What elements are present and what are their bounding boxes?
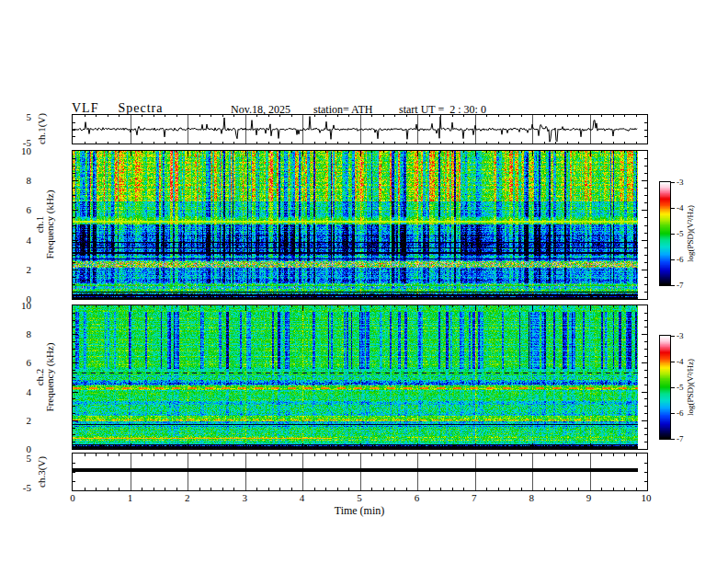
time-tick-label: 6 <box>415 492 420 503</box>
ch2-freq-tick-label: 4 <box>0 386 31 397</box>
ch2-colorbar-tick-label: -4 <box>677 357 684 366</box>
ch1-freq-tick-label: 8 <box>0 175 31 186</box>
ch1-spectrogram-canvas <box>73 151 647 299</box>
ch2-colorbar-tick-label: -3 <box>677 331 684 340</box>
time-tick-label: 7 <box>472 492 477 503</box>
ch2-colorbar-label: log(PSD)(V²/Hz) <box>686 359 695 416</box>
ch1-freq-tick-label: 2 <box>0 264 31 275</box>
ch1-freq-tick-label: 6 <box>0 204 31 215</box>
ch1-colorbar-tick <box>671 259 675 260</box>
ch1-colorbar-label: log(PSD)(V²/Hz) <box>686 205 695 262</box>
time-tick-label: 5 <box>357 492 362 503</box>
vlf-spectra-figure: VLF Spectra Nov.18, 2025 station= ATH st… <box>0 0 728 563</box>
ch2-spectrogram-canvas <box>73 305 647 449</box>
ch1-freq-tick-label: 0 <box>0 293 31 304</box>
time-tick-label: 1 <box>128 492 133 503</box>
time-tick-label: 0 <box>70 492 75 503</box>
ch2-colorbar-tick <box>671 413 675 414</box>
ch1-volt-tick-label: -5 <box>0 137 31 148</box>
ch1-colorbar-tick <box>671 182 675 183</box>
ch2-colorbar-tick-label: -6 <box>677 408 684 418</box>
ch1-spectrogram-panel <box>72 150 648 300</box>
ch3-waveform-canvas <box>73 454 647 490</box>
ch1-colorbar-tick <box>671 234 675 235</box>
ch2-colorbar-tick-label: -7 <box>677 434 684 443</box>
ch2-colorbar-tick <box>671 336 675 337</box>
ch2-freq-label-text: Frequency (kHz) <box>45 343 55 412</box>
ch2-freq-tick-label: 6 <box>0 357 31 368</box>
ch2-colorbar <box>659 335 671 440</box>
ch3-volt-tick-label: -5 <box>0 482 31 493</box>
ch2-freq-tick-label: 2 <box>0 415 31 426</box>
time-tick-label: 4 <box>300 492 305 503</box>
ch2-colorbar-tick <box>671 387 675 388</box>
ch1-colorbar-tick <box>671 285 675 286</box>
ch1-colorbar-canvas <box>660 182 670 285</box>
ch2-colorbar-tick <box>671 362 675 362</box>
ch1-freq-label-text: Frequency (kHz) <box>45 190 55 259</box>
ch2-freq-axis-label: ch.2 Frequency (kHz) <box>35 343 55 412</box>
ch2-colorbar-tick-label: -5 <box>677 383 684 392</box>
ch2-colorbar-tick <box>671 439 675 440</box>
ch3-volt-tick-label: 5 <box>0 453 31 464</box>
ch1-colorbar-tick-label: -6 <box>677 255 684 264</box>
ch3-waveform-panel <box>72 453 648 491</box>
ch1-volt-tick-label: 5 <box>0 111 31 122</box>
ch2-colorbar-canvas <box>660 336 670 439</box>
ch1-colorbar-tick <box>671 208 675 209</box>
time-tick-label: 2 <box>185 492 190 503</box>
ch1-colorbar-tick-label: -5 <box>677 229 684 238</box>
time-axis-label: Time (min) <box>335 504 385 518</box>
ch1-colorbar-tick-label: -3 <box>677 178 684 187</box>
time-tick-label: 8 <box>529 492 534 503</box>
ch2-spectrogram-panel <box>72 304 648 450</box>
ch1-colorbar <box>659 181 671 286</box>
time-tick-label: 3 <box>242 492 247 503</box>
time-tick-label: 10 <box>642 492 652 503</box>
ch1-voltage-axis-label: ch.1(V) <box>36 113 47 144</box>
ch3-voltage-axis-label: ch.3(V) <box>36 456 47 488</box>
time-tick-label: 9 <box>586 492 592 503</box>
ch1-colorbar-tick-label: -7 <box>677 281 684 290</box>
ch1-waveform-canvas <box>73 115 647 144</box>
ch1-freq-axis-label: ch.1 Frequency (kHz) <box>35 190 55 259</box>
ch1-freq-tick-label: 4 <box>0 235 31 246</box>
ch2-freq-tick-label: 8 <box>0 328 31 339</box>
ch1-waveform-panel <box>72 114 648 144</box>
ch1-colorbar-tick-label: -4 <box>677 203 684 213</box>
